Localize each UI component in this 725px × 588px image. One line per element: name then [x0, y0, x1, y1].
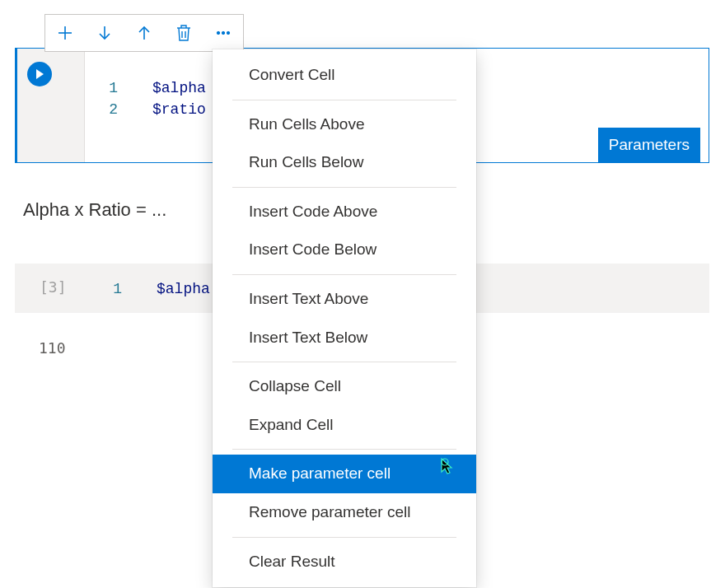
cell-context-menu: Convert Cell Run Cells Above Run Cells B… [213, 49, 476, 587]
menu-run-cells-above[interactable]: Run Cells Above [213, 105, 476, 144]
menu-separator [232, 187, 456, 188]
arrow-down-icon [96, 24, 114, 42]
cell-output: 110 [39, 339, 66, 357]
delete-cell-button[interactable] [164, 15, 203, 51]
menu-separator [232, 362, 456, 362]
code-text: $alpha [157, 278, 210, 300]
cell-toolbar [44, 14, 244, 52]
ellipsis-icon [214, 24, 232, 42]
line-number: 1 [101, 278, 122, 300]
add-cell-button[interactable] [45, 15, 85, 51]
menu-separator [232, 537, 456, 538]
execution-count: [3] [40, 278, 67, 296]
run-cell-button[interactable] [27, 62, 52, 86]
play-icon [34, 68, 45, 80]
menu-run-cells-below[interactable]: Run Cells Below [213, 143, 476, 182]
menu-separator [232, 100, 456, 100]
svg-point-7 [222, 31, 224, 34]
menu-convert-cell[interactable]: Convert Cell [213, 56, 476, 95]
code-line[interactable]: 1 $alpha [101, 278, 210, 300]
code-text: $alpha [152, 77, 206, 99]
menu-insert-text-above[interactable]: Insert Text Above [213, 280, 476, 319]
svg-point-6 [217, 31, 219, 34]
move-up-button[interactable] [124, 15, 164, 51]
menu-insert-text-below[interactable]: Insert Text Below [213, 319, 476, 357]
cell-gutter [17, 49, 85, 162]
menu-remove-parameter-cell[interactable]: Remove parameter cell [213, 493, 476, 532]
menu-make-parameter-cell[interactable]: Make parameter cell [213, 455, 476, 493]
arrow-up-icon [135, 24, 153, 42]
line-number: 1 [97, 77, 118, 99]
line-number: 2 [97, 99, 118, 120]
menu-insert-code-below[interactable]: Insert Code Below [213, 231, 476, 269]
menu-separator [232, 449, 456, 450]
parameters-badge: Parameters [598, 128, 700, 162]
menu-clear-result[interactable]: Clear Result [213, 543, 476, 581]
move-down-button[interactable] [85, 15, 124, 51]
plus-icon [56, 24, 74, 42]
code-text: $ratio [152, 99, 206, 120]
trash-icon [175, 24, 192, 42]
svg-point-8 [227, 31, 229, 34]
menu-collapse-cell[interactable]: Collapse Cell [213, 367, 476, 406]
menu-separator [232, 274, 456, 275]
more-actions-button[interactable] [203, 15, 243, 51]
menu-expand-cell[interactable]: Expand Cell [213, 406, 476, 445]
menu-insert-code-above[interactable]: Insert Code Above [213, 193, 476, 231]
markdown-cell[interactable]: Alpha x Ratio = ... [23, 199, 166, 221]
